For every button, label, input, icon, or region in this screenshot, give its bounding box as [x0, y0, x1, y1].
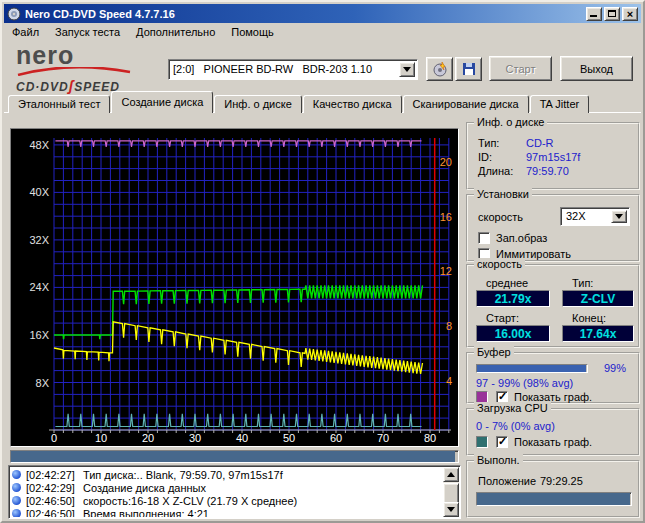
x-tick-label: 20: [142, 432, 154, 444]
cpu-range: 0 - 7% (0% avg): [476, 420, 555, 432]
buffer-range: 97 - 99% (98% avg): [476, 377, 573, 389]
log-entry-time: [02:46:50]: [26, 495, 75, 507]
log-entry-text: скорость:16-18 X Z-CLV (21.79 X среднее): [83, 495, 297, 507]
y-left-tick-label: 48X: [29, 139, 49, 151]
log-entry-icon: [12, 470, 21, 479]
x-tick-label: 70: [377, 432, 389, 444]
drive-selector[interactable]: [2:0] PIONEER BD-RW BDR-203 1.10: [168, 59, 418, 80]
tab-disc-quality[interactable]: Качество диска: [303, 95, 402, 113]
floppy-save-icon: [462, 62, 476, 76]
log-entry: [02:42:29] Создание диска данных: [12, 481, 442, 494]
start-speed-value: 16.00x: [476, 325, 550, 342]
title-bar[interactable]: Nero CD-DVD Speed 4.7.7.16 ×: [4, 4, 641, 23]
start-button[interactable]: Старт: [489, 56, 552, 81]
speed-result-group: скорость среднее Тип: 21.79x Z-CLV Старт…: [466, 264, 640, 348]
scroll-up-button[interactable]: [443, 467, 459, 482]
log-entry-time: [02:42:29]: [26, 482, 75, 494]
x-tick-label: 50: [283, 432, 295, 444]
chart-line-write-speed: [54, 285, 423, 339]
y-left-tick-label: 32X: [29, 234, 49, 246]
disc-type-label: Тип:: [478, 137, 499, 149]
y-left-tick-label: 8X: [36, 377, 50, 389]
menu-bar: Файл Запуск теста Дополнительно Помощь: [4, 23, 641, 41]
cpu-show-graph-checkbox[interactable]: [496, 436, 508, 448]
tab-create-disc[interactable]: Создание диска: [111, 91, 213, 113]
cpu-title: Загрузка CPU: [474, 402, 551, 414]
disc-type-value: CD-R: [526, 137, 554, 149]
chart-svg: 8X16X24X32X40X48X01020304050607080481216…: [11, 129, 458, 446]
log-entry-text: Тип диска:.. Blank, 79:59.70, 97m15s17f: [83, 469, 283, 481]
menu-help[interactable]: Помощь: [223, 24, 282, 40]
exit-button[interactable]: Выход: [560, 56, 633, 81]
log-entry-icon: [12, 496, 21, 505]
x-tick-label: 0: [51, 432, 57, 444]
log-entry-icon: [12, 509, 21, 517]
log-entry-text: Время выполнения: 4:21: [83, 508, 209, 518]
speed-chart: 8X16X24X32X40X48X01020304050607080481216…: [10, 128, 459, 447]
type-value: Z-CLV: [562, 290, 634, 307]
exit-button-label: Выход: [580, 63, 613, 75]
position-progress-fill: [477, 493, 630, 505]
end-speed-label: Конец:: [572, 312, 606, 324]
position-label: Положение: [478, 475, 536, 487]
nero-wordmark: nero: [16, 44, 166, 66]
y-right-tick-label: 16: [440, 211, 452, 223]
log-entry-icon: [12, 483, 21, 492]
tab-scan-disc[interactable]: Сканирование диска: [403, 95, 529, 113]
write-image-checkbox[interactable]: [478, 232, 490, 244]
y-left-tick-label: 24X: [29, 281, 49, 293]
menu-run-test[interactable]: Запуск теста: [47, 24, 128, 40]
burn-options-button[interactable]: [426, 57, 453, 81]
speed-select[interactable]: 32X: [560, 207, 630, 226]
tab-disc-info[interactable]: Инф. о диске: [214, 95, 301, 113]
x-tick-label: 40: [236, 432, 248, 444]
x-tick-label: 10: [95, 432, 107, 444]
cpu-group: Загрузка CPU 0 - 7% (0% avg) Показать гр…: [466, 408, 640, 456]
y-left-tick-label: 40X: [29, 186, 49, 198]
disc-id-value: 97m15s17f: [526, 151, 580, 163]
start-button-label: Старт: [506, 63, 536, 75]
y-left-tick-label: 16X: [29, 329, 49, 341]
settings-title: Установки: [474, 188, 532, 200]
nero-swoosh: [16, 67, 134, 76]
start-speed-label: Старт:: [486, 312, 519, 324]
y-right-tick-label: 20: [440, 156, 452, 168]
save-button[interactable]: [455, 57, 482, 81]
minimize-button[interactable]: [586, 7, 602, 21]
buffer-percent: 99%: [604, 362, 626, 374]
burn-disc-icon: [432, 61, 448, 77]
speed-select-arrow[interactable]: [611, 210, 627, 223]
menu-file[interactable]: Файл: [4, 24, 47, 40]
x-tick-label: 60: [330, 432, 342, 444]
maximize-button[interactable]: [604, 7, 620, 21]
app-window: Nero CD-DVD Speed 4.7.7.16 × Файл Запуск…: [0, 0, 645, 523]
tab-benchmark[interactable]: Эталонный тест: [8, 95, 110, 113]
position-value: 79:29.25: [540, 475, 583, 487]
test-progress-bar: [10, 450, 459, 463]
buffer-level-fill: [477, 365, 586, 372]
progress-title: Выполн.: [474, 454, 523, 466]
log-entry: [02:46:50] скорость:16-18 X Z-CLV (21.79…: [12, 494, 442, 507]
disc-length-value: 79:59.70: [526, 165, 569, 177]
position-progress-bar: [476, 492, 632, 506]
type-label: Тип:: [572, 277, 593, 289]
log-scrollbar[interactable]: [443, 467, 459, 517]
log-entry: [02:42:27] Тип диска:.. Blank, 79:59.70,…: [12, 468, 442, 481]
drive-selector-value: [2:0] PIONEER BD-RW BDR-203 1.10: [173, 63, 397, 75]
disc-id-label: ID:: [478, 151, 492, 163]
tab-strip: Эталонный тест Создание диска Инф. о дис…: [8, 91, 590, 113]
cpu-show-graph-label: Показать граф.: [514, 436, 592, 448]
close-button[interactable]: ×: [622, 7, 638, 21]
x-tick-label: 30: [189, 432, 201, 444]
tab-ta-jitter[interactable]: TA Jitter: [530, 95, 590, 113]
disc-length-label: Длина:: [478, 165, 513, 177]
drive-selector-arrow[interactable]: [399, 62, 415, 77]
buffer-level-bar: [476, 364, 588, 373]
app-icon[interactable]: [7, 7, 21, 21]
chart-line-rotation-speed: [54, 322, 423, 374]
scroll-down-button[interactable]: [443, 502, 459, 517]
speed-result-title: скорость: [474, 258, 525, 270]
log-panel: [02:42:27] Тип диска:.. Blank, 79:59.70,…: [8, 465, 461, 519]
speed-select-value: 32X: [566, 210, 586, 222]
menu-extra[interactable]: Дополнительно: [128, 24, 223, 40]
